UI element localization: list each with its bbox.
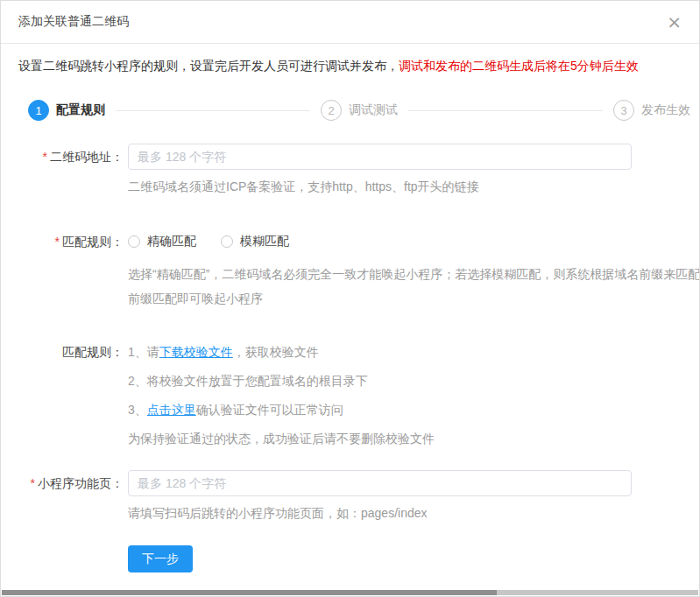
match-rule-row: *匹配规则： 精确匹配 模糊匹配 [1, 228, 699, 255]
step-connector-line [408, 110, 603, 111]
function-page-help: 请填写扫码后跳转的小程序功能页面，如：pages/index [128, 506, 699, 522]
qr-address-input[interactable] [128, 144, 632, 170]
verify-note: 为保持验证通过的状态，成功验证后请不要删除校验文件 [128, 430, 699, 447]
step-publish-effective: 3 发布生效 [613, 100, 690, 121]
radio-exact-match[interactable]: 精确匹配 [128, 234, 196, 249]
horizontal-scrollbar[interactable] [2, 590, 698, 595]
required-asterisk: * [43, 150, 47, 164]
intro-normal: 设置二维码跳转小程序的规则，设置完后开发人员可进行调试并发布， [18, 59, 399, 73]
verify-rule-label: 匹配规则： [1, 343, 124, 447]
step-connector-line [116, 110, 310, 111]
step-configure-rules: 1 配置规则 [28, 100, 105, 121]
verify-step-1: 1、请下载校验文件，获取校验文件 [128, 343, 699, 361]
radio-fuzzy-match[interactable]: 模糊匹配 [221, 234, 289, 249]
function-page-input[interactable] [128, 470, 632, 496]
step-2-label: 调试测试 [349, 102, 398, 118]
radio-circle-icon[interactable] [128, 235, 140, 248]
step-2-circle: 2 [321, 100, 342, 121]
radio-fuzzy-match-label: 模糊匹配 [240, 234, 289, 249]
add-qrcode-dialog: 添加关联普通二维码 × 设置二维码跳转小程序的规则，设置完后开发人员可进行调试并… [0, 0, 700, 597]
step-indicator: 1 配置规则 2 调试测试 3 发布生效 [28, 100, 690, 121]
step-3-label: 发布生效 [641, 102, 690, 118]
match-rule-help-line2: 前缀匹配即可唤起小程序 [128, 291, 699, 307]
verify-step-3: 3、点击这里确认验证文件可以正常访问 [128, 401, 699, 418]
verify-step-2: 2、将校验文件放置于您配置域名的根目录下 [128, 372, 699, 390]
config-form: *二维码地址： 二维码域名须通过ICP备案验证，支持http、https、ftp… [1, 144, 699, 572]
download-verify-file-link[interactable]: 下载校验文件 [159, 345, 233, 359]
dialog-title: 添加关联普通二维码 [18, 14, 129, 30]
click-here-link[interactable]: 点击这里 [147, 403, 196, 417]
step-debug-test: 2 调试测试 [321, 100, 398, 121]
close-icon[interactable]: × [667, 13, 682, 31]
function-page-row: *小程序功能页： [1, 470, 699, 496]
step-1-label: 配置规则 [56, 102, 105, 118]
step-3-circle: 3 [613, 100, 634, 121]
dialog-header: 添加关联普通二维码 × [1, 1, 699, 44]
intro-highlight: 调试和发布的二维码生成后将在5分钟后生效 [399, 59, 639, 73]
intro-text: 设置二维码跳转小程序的规则，设置完后开发人员可进行调试并发布，调试和发布的二维码… [18, 59, 682, 74]
next-step-button[interactable]: 下一步 [128, 545, 193, 572]
radio-circle-icon[interactable] [221, 235, 233, 248]
required-asterisk: * [31, 476, 35, 490]
qr-address-row: *二维码地址： [1, 144, 699, 170]
qr-address-help: 二维码域名须通过ICP备案验证，支持http、https、ftp开头的链接 [128, 179, 699, 195]
required-asterisk: * [55, 235, 60, 249]
function-page-label: *小程序功能页： [1, 470, 124, 496]
radio-exact-match-label: 精确匹配 [147, 234, 196, 249]
verify-step-list: 1、请下载校验文件，获取校验文件 2、将校验文件放置于您配置域名的根目录下 3、… [128, 343, 699, 447]
verify-rule-row: 匹配规则： 1、请下载校验文件，获取校验文件 2、将校验文件放置于您配置域名的根… [1, 343, 699, 447]
match-rule-help-line1: 选择“精确匹配”，二维码域名必须完全一致才能唤起小程序；若选择模糊匹配，则系统根… [128, 267, 699, 283]
qr-address-label: *二维码地址： [1, 144, 124, 170]
step-1-circle: 1 [28, 100, 49, 121]
match-rule-label: *匹配规则： [1, 228, 124, 255]
horizontal-scrollbar-thumb[interactable] [2, 590, 497, 595]
